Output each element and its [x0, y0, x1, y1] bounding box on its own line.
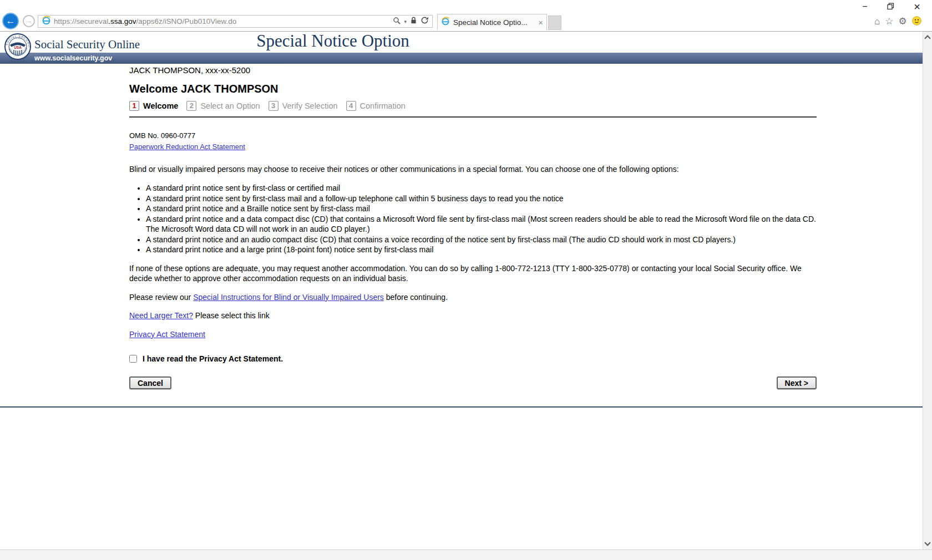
close-window-icon[interactable]: × — [910, 2, 924, 12]
list-item: A standard print notice and a large prin… — [146, 245, 817, 255]
progress-steps: 1 Welcome 2 Select an Option 3 Verify Se… — [129, 101, 817, 118]
user-identity-line: JACK THOMPSON, xxx-xx-5200 — [129, 65, 817, 76]
browser-toolbar-icons: ⌂ ☆ ⚙ — [874, 16, 930, 27]
list-item: A standard print notice and a Braille no… — [146, 203, 817, 214]
search-icon[interactable] — [393, 17, 401, 27]
list-item: A standard print notice and an audio com… — [146, 235, 817, 245]
welcome-heading: Welcome JACK THOMPSON — [129, 84, 817, 94]
restore-icon[interactable] — [883, 2, 898, 12]
step-label: Verify Selection — [282, 101, 338, 111]
back-button[interactable]: ← — [2, 13, 19, 29]
step-label: Confirmation — [360, 101, 406, 111]
special-instructions-link[interactable]: Special Instructions for Blind or Visual… — [193, 293, 384, 302]
gear-icon[interactable]: ⚙ — [899, 17, 907, 27]
step-number: 3 — [269, 101, 278, 111]
next-button[interactable]: Next > — [777, 376, 817, 389]
ssa-logo: SOCIAL SECURITY ADMINISTRATION USA — [4, 33, 31, 62]
step-confirmation: 4 Confirmation — [346, 101, 406, 111]
checkbox-label: I have read the Privacy Act Statement. — [143, 354, 283, 364]
paperwork-reduction-act-link[interactable]: Paperwork Reduction Act Statement — [129, 142, 245, 151]
scroll-down-icon[interactable] — [924, 539, 930, 546]
intro-paragraph: Blind or visually impaired persons may c… — [129, 164, 817, 175]
form-buttons-row: Cancel Next > — [129, 376, 817, 389]
step-number: 4 — [346, 101, 356, 111]
accommodation-paragraph: If none of these options are adequate, y… — [129, 263, 817, 284]
need-larger-text-link[interactable]: Need Larger Text? — [129, 311, 193, 320]
ie-logo-icon — [42, 16, 51, 27]
step-number: 1 — [129, 101, 139, 111]
review-instructions-line: Please review our Special Instructions f… — [129, 292, 817, 303]
site-url-label: www.socialsecurity.gov — [34, 54, 112, 62]
scroll-up-icon[interactable] — [924, 35, 930, 41]
brand-title: Social Security Online — [34, 38, 140, 52]
chevron-down-icon[interactable]: ▾ — [404, 19, 407, 24]
feedback-smiley-icon[interactable] — [912, 16, 921, 28]
step-number: 2 — [186, 101, 196, 111]
content-bottom-rule — [0, 406, 923, 408]
privacy-acknowledgement-checkbox[interactable] — [129, 355, 137, 363]
main-content: JACK THOMPSON, xxx-xx-5200 Welcome JACK … — [129, 65, 817, 389]
list-item: A standard print notice and a data compa… — [146, 214, 817, 235]
browser-tab[interactable]: Special Notice Optio... × — [437, 14, 547, 30]
cancel-button[interactable]: Cancel — [129, 376, 171, 389]
step-welcome: 1 Welcome — [129, 101, 178, 111]
step-label: Select an Option — [200, 101, 260, 111]
vertical-scrollbar[interactable] — [923, 32, 932, 549]
browser-chrome: − × ← → https://secureval.ssa.gov/apps6z… — [0, 0, 932, 31]
new-tab-button[interactable] — [548, 16, 561, 30]
lock-icon — [410, 16, 417, 27]
step-select-an-option: 2 Select an Option — [186, 101, 260, 111]
favorites-star-icon[interactable]: ☆ — [885, 17, 893, 27]
list-item: A standard print notice sent by first-cl… — [146, 194, 817, 204]
bottom-window-strip — [0, 549, 932, 560]
forward-button[interactable]: → — [23, 15, 35, 27]
url-text[interactable]: https://secureval.ssa.gov/apps6z/iSNO/Pu… — [54, 17, 393, 26]
home-icon[interactable]: ⌂ — [874, 17, 880, 27]
privacy-acknowledgement-row: I have read the Privacy Act Statement. — [129, 354, 817, 364]
tab-title: Special Notice Optio... — [453, 18, 536, 27]
list-item: A standard print notice sent by first-cl… — [146, 183, 817, 194]
address-bar-icons: ▾ — [393, 16, 432, 27]
page-title: Special Notice Option — [256, 31, 409, 51]
notice-options-list: A standard print notice sent by first-cl… — [129, 183, 817, 255]
browser-window: − × ← → https://secureval.ssa.gov/apps6z… — [0, 0, 932, 560]
step-verify-selection: 3 Verify Selection — [269, 101, 338, 111]
blue-header-bar — [0, 53, 923, 64]
larger-text-line: Need Larger Text? Please select this lin… — [129, 310, 817, 321]
svg-text:USA: USA — [14, 45, 22, 49]
privacy-act-statement-link[interactable]: Privacy Act Statement — [129, 330, 205, 339]
window-controls: − × — [854, 2, 926, 12]
omb-number: OMB No. 0960-0777 — [129, 131, 817, 141]
ie-logo-icon — [441, 17, 450, 28]
address-bar[interactable]: https://secureval.ssa.gov/apps6z/iSNO/Pu… — [38, 15, 433, 28]
close-tab-icon[interactable]: × — [538, 18, 543, 27]
refresh-icon[interactable] — [421, 16, 429, 27]
minimize-icon[interactable]: − — [858, 2, 872, 12]
step-label: Welcome — [143, 101, 178, 111]
